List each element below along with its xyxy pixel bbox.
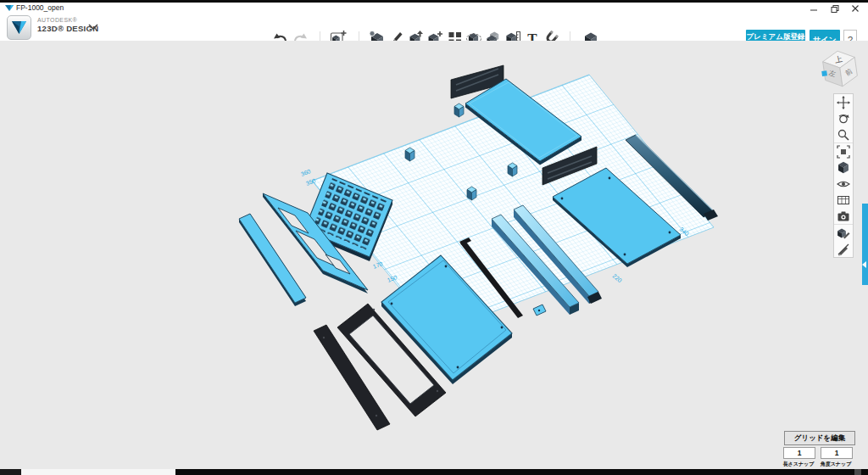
app-logo-icon (5, 4, 14, 13)
part-standoff-cube-3[interactable] (467, 187, 476, 200)
screenshot-tool[interactable] (834, 208, 853, 224)
navigation-toolbar (833, 93, 854, 258)
main-toolbar: AUTODESK® 123D® DESIGN (0, 14, 868, 42)
app-menu-chevron-icon[interactable] (88, 24, 98, 31)
panel-collapse-strip[interactable] (862, 204, 868, 285)
edit-grid-button[interactable]: グリッドを編集 (784, 431, 855, 445)
app-menu-logo[interactable] (7, 15, 31, 40)
viewcube-corner-highlight[interactable] (821, 70, 827, 76)
grid-snap-panel: グリッドを編集 1 1 長さスナップ 角度スナップ (782, 431, 858, 445)
grid-label: 360 (300, 168, 312, 177)
brand-line1: AUTODESK® (37, 17, 98, 23)
taskbar-sliver (0, 469, 868, 475)
part-corner-clip[interactable] (533, 305, 546, 316)
maximize-button[interactable] (825, 3, 845, 14)
view-cube[interactable]: 上 左 前 (818, 47, 862, 91)
sheet-grid-tool[interactable] (834, 192, 853, 208)
grid-label: 170 (372, 260, 384, 270)
part-standoff-cube-2[interactable] (454, 103, 464, 117)
angle-snap-input[interactable]: 1 (821, 447, 853, 459)
collapse-arrow-icon (862, 261, 866, 268)
zoom-tool[interactable] (834, 126, 853, 142)
grid-label: 350 (305, 177, 317, 187)
minimize-button[interactable] (804, 3, 824, 14)
length-snap-input[interactable]: 1 (783, 447, 815, 459)
grid-label: 220 (611, 272, 622, 283)
title-bar: FP-1000_open (0, 3, 868, 14)
material-edit-tool[interactable] (834, 224, 853, 241)
viewport[interactable]: 360 350 170 150 220 340 (0, 41, 868, 469)
pan-tool[interactable] (834, 94, 853, 110)
scene-canvas: 360 350 170 150 220 340 (0, 41, 868, 469)
part-standoff-cube-1[interactable] (405, 148, 415, 161)
close-button[interactable] (845, 3, 865, 14)
shaded-view-tool[interactable] (834, 159, 853, 176)
part-standoff-cube-4[interactable] (508, 163, 517, 176)
hide-sketches-tool[interactable] (834, 241, 853, 257)
orbit-tool[interactable] (834, 110, 853, 126)
angle-snap-label: 角度スナップ (819, 461, 853, 468)
length-snap-label: 長さスナップ (782, 461, 815, 468)
app-window: { "window": { "title": "FP-1000_open" },… (0, 0, 868, 475)
fit-tool[interactable] (834, 142, 853, 159)
window-title: FP-1000_open (16, 3, 64, 12)
visibility-tool[interactable] (834, 176, 853, 192)
